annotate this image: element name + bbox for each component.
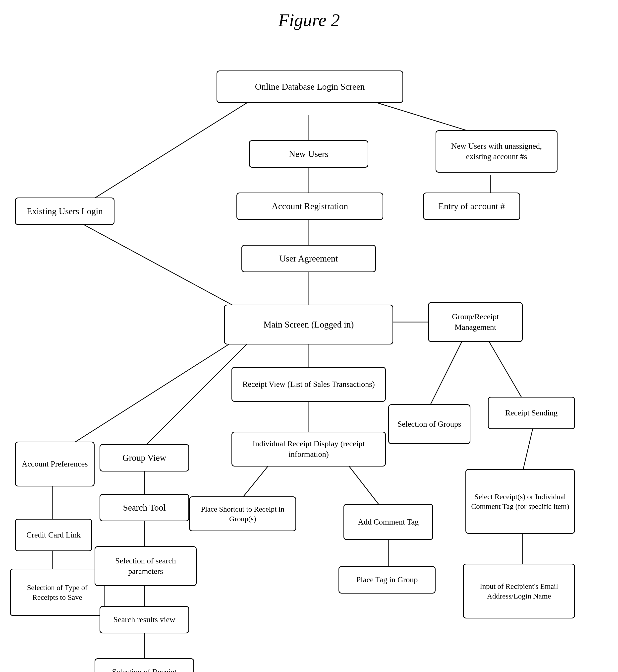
node-selection-receipt: Selection of Receipt xyxy=(95,658,194,672)
svg-line-1 xyxy=(80,102,249,207)
svg-line-14 xyxy=(488,339,523,399)
node-new-users-unassigned: New Users with unassigned, existing acco… xyxy=(435,130,557,173)
node-online-db-login: Online Database Login Screen xyxy=(217,71,403,103)
node-place-shortcut: Place Shortcut to Receipt in Group(s) xyxy=(189,496,296,531)
node-input-recipient-email: Input of Recipient's Email Address/Login… xyxy=(463,564,575,618)
page-title: Figure 2 xyxy=(0,0,618,38)
node-receipt-view: Receipt View (List of Sales Transactions… xyxy=(231,367,386,402)
node-select-receipts-individual: Select Receipt(s) or Individual Comment … xyxy=(466,469,575,534)
svg-line-25 xyxy=(523,429,533,472)
node-receipt-sending: Receipt Sending xyxy=(488,397,575,429)
node-search-results-view: Search results view xyxy=(100,606,189,634)
node-entry-account: Entry of account # xyxy=(423,192,520,220)
svg-line-13 xyxy=(428,339,463,409)
node-group-view: Group View xyxy=(100,444,189,472)
node-selection-receipts-save: Selection of Type of Receipts to Save xyxy=(10,569,105,616)
node-selection-search-params: Selection of search parameters xyxy=(95,546,197,586)
node-new-users: New Users xyxy=(249,140,369,168)
node-account-preferences: Account Preferences xyxy=(15,442,95,487)
node-add-comment-tag: Add Comment Tag xyxy=(343,504,433,540)
node-search-tool: Search Tool xyxy=(100,494,189,521)
diagram-container: Online Database Login Screen Existing Us… xyxy=(0,38,618,672)
node-account-registration: Account Registration xyxy=(236,192,383,220)
node-selection-groups: Selection of Groups xyxy=(388,404,471,444)
node-group-receipt-mgmt: Group/Receipt Management xyxy=(428,302,523,342)
node-user-agreement: User Agreement xyxy=(241,245,376,272)
node-credit-card-link: Credit Card Link xyxy=(15,519,92,551)
node-existing-users: Existing Users Login xyxy=(15,197,114,225)
node-place-tag-group: Place Tag in Group xyxy=(338,566,435,594)
node-individual-receipt-display: Individual Receipt Display (receipt info… xyxy=(231,432,386,467)
node-main-screen: Main Screen (Logged in) xyxy=(224,305,393,344)
